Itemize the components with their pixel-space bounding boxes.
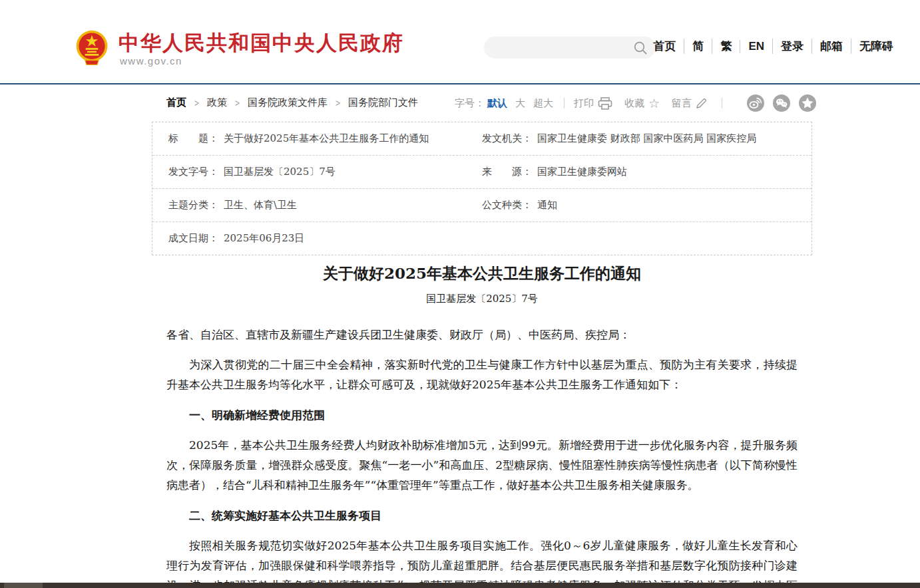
font-size-label: 字号： [455, 97, 485, 110]
comment-button[interactable]: 留言 [672, 97, 707, 110]
chevron-right-icon: > [194, 97, 199, 108]
share-buttons [738, 94, 816, 112]
meta-date-value: 2025年06月23日 [224, 232, 304, 245]
font-size-large-button[interactable]: 大 [515, 97, 525, 110]
paragraph-salutation: 各省、自治区、直辖市及新疆生产建设兵团卫生健康委、财政厅（局）、中医药局、疾控局… [166, 325, 798, 345]
font-size-xlarge-button[interactable]: 超大 [533, 97, 553, 110]
meta-doc-no-label: 发文字号： [168, 166, 218, 178]
site-header: 中华人民共和国中央人民政府 www.gov.cn 首页 简 繁 EN 登录 邮箱… [0, 0, 920, 83]
font-size-default-button[interactable]: 默认 [487, 97, 507, 110]
header-divider [0, 83, 920, 84]
qzone-icon[interactable] [799, 94, 816, 112]
table-row: 成文日期： 2025年06月23日 [152, 222, 811, 255]
nav-traditional[interactable]: 繁 [712, 39, 732, 54]
paragraph-section-2: 按照相关服务规范切实做好2025年基本公共卫生服务项目实施工作。强化0～6岁儿童… [166, 535, 798, 588]
site-logo[interactable]: 中华人民共和国中央人民政府 www.gov.cn [75, 28, 381, 69]
breadcrumb-home[interactable]: 首页 [166, 96, 186, 109]
wechat-icon[interactable] [773, 94, 790, 112]
bottom-edge-bar [0, 583, 920, 588]
favorite-button[interactable]: 收藏 ☆ [624, 97, 660, 110]
meta-topic-value: 卫生、体育\卫生 [224, 199, 297, 212]
printer-icon [598, 97, 612, 110]
breadcrumb-current: 国务院部门文件 [348, 96, 418, 109]
document-number: 国卫基层发〔2025〕7号 [166, 293, 798, 305]
top-nav: 首页 简 繁 EN 登录 邮箱 无障碍 [653, 39, 893, 54]
print-button[interactable]: 打印 [574, 97, 612, 110]
breadcrumb-policy-library[interactable]: 国务院政策文件库 [248, 96, 328, 109]
toolbar-divider [722, 98, 722, 108]
document-meta-table: 标 题： 关于做好2025年基本公共卫生服务工作的通知 发文机关： 国家卫生健康… [152, 122, 812, 255]
search-box [484, 37, 656, 59]
meta-source-value: 国家卫生健康委网站 [537, 166, 627, 178]
page-title: 关于做好2025年基本公共卫生服务工作的通知 [166, 263, 798, 283]
document-body: 关于做好2025年基本公共卫生服务工作的通知 国卫基层发〔2025〕7号 各省、… [166, 259, 798, 588]
nav-accessibility[interactable]: 无障碍 [851, 39, 893, 54]
section-heading-1: 一、明确新增经费使用范围 [166, 405, 798, 425]
table-row: 主题分类： 卫生、体育\卫生 公文种类： 通知 [152, 189, 811, 222]
meta-title-value: 关于做好2025年基本公共卫生服务工作的通知 [224, 132, 429, 145]
meta-doc-type-label: 公文种类： [482, 199, 532, 212]
nav-simplified[interactable]: 简 [684, 39, 704, 54]
toolbar-divider [564, 98, 565, 108]
paragraph-intro: 为深入贯彻党的二十届三中全会精神，落实新时代党的卫生与健康工作方针中以基层为重点… [166, 355, 798, 394]
paragraph-section-1: 2025年，基本公共卫生服务经费人均财政补助标准增加5元，达到99元。新增经费用… [166, 435, 798, 495]
breadcrumb: 首页 > 政策 > 国务院政策文件库 > 国务院部门文件 [166, 96, 418, 109]
search-icon[interactable] [633, 41, 648, 55]
nav-mailbox[interactable]: 邮箱 [811, 39, 843, 54]
meta-doc-type-value: 通知 [537, 199, 557, 212]
section-heading-2: 二、统筹实施好基本公共卫生服务项目 [166, 506, 798, 525]
star-icon: ☆ [648, 97, 660, 110]
meta-issuer-label: 发文机关： [482, 132, 532, 145]
site-name: 中华人民共和国中央人民政府 [118, 29, 404, 57]
weibo-icon[interactable] [747, 94, 764, 112]
meta-title-label: 标 题： [168, 132, 218, 145]
table-row: 发文字号： 国卫基层发〔2025〕7号 来 源： 国家卫生健康委网站 [152, 156, 811, 189]
print-label: 打印 [574, 97, 594, 110]
comment-label: 留言 [672, 97, 692, 110]
chevron-right-icon: > [336, 97, 340, 108]
nav-english[interactable]: EN [740, 40, 764, 53]
article-toolbar: 字号： 默认 大 超大 打印 收藏 ☆ 留言 [455, 94, 816, 112]
site-url: www.gov.cn [120, 55, 182, 67]
favorite-label: 收藏 [624, 97, 644, 110]
breadcrumb-policy[interactable]: 政策 [207, 96, 227, 109]
meta-source-label: 来 源： [482, 166, 532, 178]
bottom-edge-bar-segment [4, 583, 43, 588]
pencil-icon [696, 98, 707, 109]
nav-home[interactable]: 首页 [653, 39, 676, 54]
national-emblem-icon [75, 29, 109, 68]
chevron-right-icon: > [235, 97, 240, 108]
meta-topic-label: 主题分类： [168, 199, 218, 212]
meta-date-label: 成文日期： [168, 232, 218, 245]
meta-doc-no-value: 国卫基层发〔2025〕7号 [224, 166, 336, 178]
nav-login[interactable]: 登录 [772, 39, 804, 54]
search-input[interactable] [495, 39, 630, 57]
table-row: 标 题： 关于做好2025年基本公共卫生服务工作的通知 发文机关： 国家卫生健康… [152, 122, 811, 156]
meta-issuer-value: 国家卫生健康委 财政部 国家中医药局 国家疾控局 [537, 132, 756, 145]
